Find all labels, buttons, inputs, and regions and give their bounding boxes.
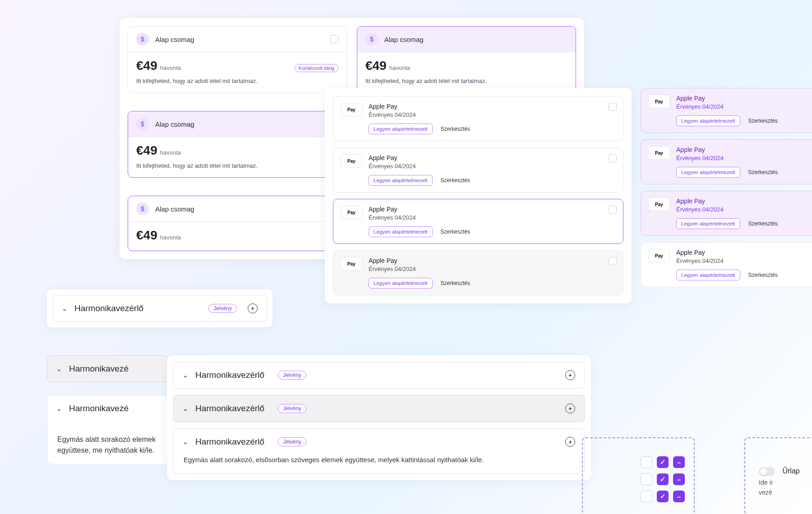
set-default-button[interactable]: Legyen alapértelmezett [369,175,433,186]
apple-pay-icon: Pay [648,249,670,262]
checkbox-checked[interactable]: ✓ [657,473,669,485]
set-default-button[interactable]: Legyen alapértelmezett [369,278,433,289]
price-period: havonta [389,64,410,71]
payment-name: Apple Pay [676,95,812,102]
plus-icon[interactable]: + [565,404,575,413]
set-default-button[interactable]: Legyen alapértelmezett [676,270,740,280]
checkbox-cluster: ✓ – ✓ – ✓ – [582,437,695,514]
accordion-item-expanded[interactable]: ⌄ Harmonikavezérlő Jelvény + [174,429,584,455]
payment-checkbox[interactable] [609,257,617,265]
payment-card-tinted[interactable]: Pay Apple Pay Érvényes 04/2024 Legyen al… [641,139,812,184]
price-desc: Itt kifejtheted, hogy az adott tétel mit… [136,78,338,84]
payment-name: Apple Pay [369,257,616,264]
plus-icon[interactable]: + [565,437,575,447]
payment-card-outlined[interactable]: Pay Apple Pay Érvényes 04/2024 Legyen al… [333,199,623,244]
price-title: Alap csomag [155,205,194,213]
dollar-icon: $ [365,33,378,46]
set-default-button[interactable]: Legyen alapértelmezett [676,218,740,229]
price-card-basic[interactable]: $ Alap csomag €49 havonta Korlátozott id… [128,26,347,93]
price-amount: €49 [136,143,157,158]
payment-expiry: Érvényes 04/2024 [676,155,812,161]
payment-expiry: Érvényes 04/2024 [676,206,812,213]
payment-card-tinted[interactable]: Pay Apple Pay Érvényes 04/2024 Legyen al… [641,191,812,236]
payment-expiry: Érvényes 04/2024 [369,214,616,221]
edit-link[interactable]: Szerkesztés [748,118,778,124]
edit-link[interactable]: Szerkesztés [748,220,778,227]
checkbox-empty[interactable] [641,456,652,468]
chevron-down-icon: ⌄ [62,305,67,312]
plus-icon[interactable]: + [248,303,258,313]
accordion-title: Harmonikavezérlő [195,404,264,413]
edit-link[interactable]: Szerkesztés [748,272,778,278]
price-amount: €49 [365,59,387,73]
checkbox-empty[interactable] [641,491,652,502]
set-default-button[interactable]: Legyen alapértelmezett [369,124,433,134]
accordion-title: Harmonikavezé [69,404,129,413]
price-period: havonta [160,149,181,156]
payment-card-grey[interactable]: Pay Apple Pay Érvényes 04/2024 Legyen al… [333,250,623,295]
toggle-label: Űrlap [782,467,799,475]
accordion-item-grey[interactable]: ⌄ Harmonikavezé [47,355,169,382]
accordion-small: ⌄ Harmonikavezérlő Jelvény + [47,289,272,327]
price-card-basic-selected-2[interactable]: $ Alap csomag €49 havonta Itt kifejthete… [128,111,347,178]
checkbox-empty[interactable] [641,473,652,485]
payment-panel: Pay Apple Pay Érvényes 04/2024 Legyen al… [325,88,632,303]
toggle-box: Űrlap Ide ír vezé [744,437,812,514]
payment-name: Apple Pay [369,154,616,161]
payment-expiry: Érvényes 04/2024 [676,257,812,264]
payment-panel-tinted: Pay Apple Pay Érvényes 04/2024 Legyen al… [641,88,812,287]
chevron-down-icon: ⌄ [183,405,188,412]
payment-card[interactable]: Pay Apple Pay Érvényes 04/2024 Legyen al… [641,242,812,287]
toggle-switch[interactable] [759,467,775,476]
checkbox-indeterminate[interactable]: – [673,456,685,468]
payment-expiry: Érvényes 04/2024 [369,163,616,170]
accordion-item[interactable]: ⌄ Harmonikavezérlő Jelvény + [52,295,267,322]
edit-link[interactable]: Szerkesztés [441,280,470,286]
accordion-description: Egymás alatt sorakozó elemek együttese, … [47,434,168,464]
edit-link[interactable]: Szerkesztés [441,126,470,132]
accordion-title: Harmonikavezérlő [74,303,143,313]
checkbox-checked[interactable]: ✓ [657,456,669,468]
payment-checkbox[interactable] [609,206,617,214]
apple-pay-icon: Pay [341,103,362,116]
price-card-basic-selected[interactable]: $ Alap csomag €49 havonta Itt kifejthete… [357,26,576,93]
payment-name: Apple Pay [676,146,812,153]
price-title: Alap csomag [384,36,424,43]
accordion-column: ⌄ Harmonikavezé ⌄ Harmonikavezé Egymás a… [47,355,169,464]
checkbox-indeterminate[interactable]: – [673,491,685,502]
accordion-large: ⌄ Harmonikavezérlő Jelvény + ⌄ Harmonika… [167,355,591,480]
payment-card-tinted[interactable]: Pay Apple Pay Érvényes 04/2024 Legyen al… [641,88,812,133]
payment-name: Apple Pay [369,103,616,110]
payment-card[interactable]: Pay Apple Pay Érvényes 04/2024 Legyen al… [333,96,623,141]
payment-name: Apple Pay [676,249,812,256]
checkbox-checked[interactable]: ✓ [657,491,669,502]
payment-checkbox[interactable] [609,154,617,162]
price-desc: Itt kifejtheted, hogy az adott tétel mit… [136,162,339,169]
payment-expiry: Érvényes 04/2024 [676,103,812,110]
plus-icon[interactable]: + [565,370,575,380]
chevron-down-icon: ⌄ [183,372,188,379]
accordion-item[interactable]: ⌄ Harmonikavezérlő Jelvény + [173,362,585,389]
set-default-button[interactable]: Legyen alapértelmezett [676,167,740,178]
price-period: havonta [160,64,181,71]
accordion-item-grey[interactable]: ⌄ Harmonikavezérlő Jelvény + [173,395,585,422]
accordion-title: Harmonikavezérlő [195,370,264,380]
set-default-button[interactable]: Legyen alapértelmezett [676,115,740,126]
edit-link[interactable]: Szerkesztés [441,177,470,184]
accordion-description: Egymás alatt sorakozó, elsősorban szöveg… [174,455,584,473]
payment-name: Apple Pay [676,197,812,205]
apple-pay-icon: Pay [648,146,670,160]
chevron-down-icon: ⌄ [56,365,62,372]
accordion-badge: Jelvény [278,437,306,446]
edit-link[interactable]: Szerkesztés [748,169,778,175]
checkbox-indeterminate[interactable]: – [673,473,685,485]
payment-card[interactable]: Pay Apple Pay Érvényes 04/2024 Legyen al… [333,147,623,193]
apple-pay-icon: Pay [341,257,362,271]
price-card-basic-outlined[interactable]: $ Alap csomag €49 havonta [128,196,347,251]
price-checkbox[interactable] [330,35,338,43]
set-default-button[interactable]: Legyen alapértelmezett [369,226,433,237]
edit-link[interactable]: Szerkesztés [441,229,470,235]
accordion-item[interactable]: ⌄ Harmonikavezé [47,395,168,422]
chevron-down-icon: ⌄ [56,405,62,412]
payment-checkbox[interactable] [609,103,617,111]
